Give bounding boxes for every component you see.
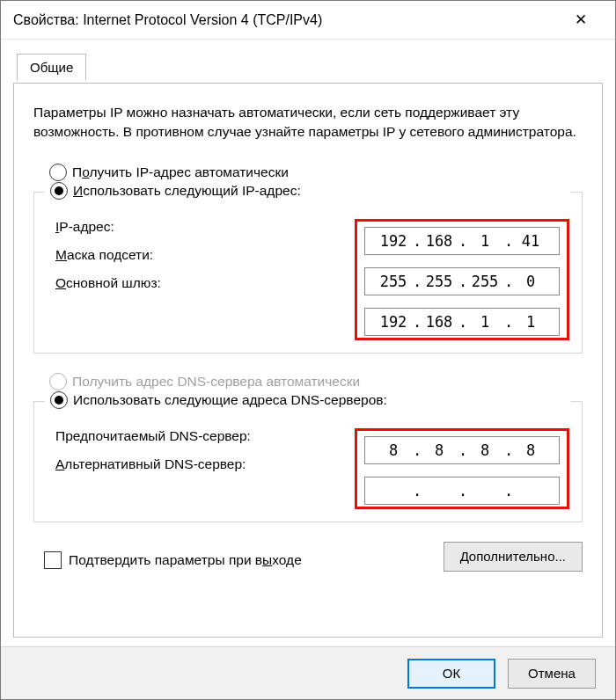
ip-group: Использовать следующий IP-адрес: IP-адре… bbox=[33, 192, 583, 354]
pref-dns-label: Предпочитаемый DNS-сервер: bbox=[55, 428, 251, 444]
dns-group: Использовать следующие адреса DNS-сервер… bbox=[33, 401, 583, 522]
tab-general[interactable]: Общие bbox=[17, 54, 86, 81]
window-title: Свойства: Internet Protocol Version 4 (T… bbox=[13, 12, 322, 28]
content-area: Общие Параметры IP можно назначать автом… bbox=[1, 40, 615, 646]
gateway-label: Основной шлюз: bbox=[55, 275, 161, 291]
radio-dns-manual-row[interactable]: Использовать следующие адреса DNS-сервер… bbox=[50, 391, 571, 409]
pref-dns-row: Предпочитаемый DNS-сервер: bbox=[47, 428, 355, 444]
description-text: Параметры IP можно назначать автоматичес… bbox=[33, 103, 583, 142]
ip-highlight: 192.168.1.41 255.255.255.0 192.168.1.1 bbox=[355, 219, 569, 340]
ip-fields: IP-адрес: Маска подсети: Основной шлюз: … bbox=[47, 205, 569, 340]
radio-icon bbox=[50, 391, 68, 409]
tab-frame: Общие Параметры IP можно назначать автом… bbox=[13, 54, 603, 638]
alt-dns-input[interactable]: ... bbox=[364, 477, 560, 505]
radio-dns-manual-label: Использовать следующие адреса DNS-сервер… bbox=[73, 392, 387, 408]
dns-highlight: 8.8.8.8 ... bbox=[355, 428, 569, 509]
radio-dns-auto-label: Получить адрес DNS-сервера автоматически bbox=[72, 374, 360, 390]
radio-ip-manual-label: Использовать следующий IP-адрес: bbox=[73, 183, 301, 199]
tab-panel: Параметры IP можно назначать автоматичес… bbox=[13, 83, 603, 638]
radio-dns-auto-row: Получить адрес DNS-сервера автоматически bbox=[33, 373, 583, 390]
ip-group-head: Использовать следующий IP-адрес: bbox=[45, 182, 571, 200]
gateway-row: Основной шлюз: bbox=[47, 275, 355, 291]
advanced-button[interactable]: Дополнительно... bbox=[444, 542, 583, 572]
radio-ip-auto-row[interactable]: Получить IP-адрес автоматически bbox=[33, 164, 583, 181]
titlebar: Свойства: Internet Protocol Version 4 (T… bbox=[1, 1, 615, 40]
validate-checkbox-row[interactable]: Подтвердить параметры при выходе bbox=[33, 551, 302, 569]
dialog-window: Свойства: Internet Protocol Version 4 (T… bbox=[0, 0, 616, 700]
ip-address-input[interactable]: 192.168.1.41 bbox=[364, 227, 560, 255]
cancel-button[interactable]: Отмена bbox=[508, 659, 596, 689]
close-icon[interactable]: ✕ bbox=[561, 1, 601, 40]
gateway-input[interactable]: 192.168.1.1 bbox=[364, 308, 560, 336]
radio-icon bbox=[50, 182, 68, 200]
alt-dns-row: Альтернативный DNS-сервер: bbox=[47, 456, 355, 472]
ip-address-label: IP-адрес: bbox=[55, 219, 114, 235]
alt-dns-label: Альтернативный DNS-сервер: bbox=[55, 456, 246, 472]
dialog-footer: ОК Отмена bbox=[1, 646, 615, 699]
pref-dns-input[interactable]: 8.8.8.8 bbox=[364, 436, 560, 464]
checkbox-icon bbox=[44, 551, 62, 569]
validate-label: Подтвердить параметры при выходе bbox=[69, 552, 302, 568]
radio-ip-manual-row[interactable]: Использовать следующий IP-адрес: bbox=[50, 182, 571, 200]
subnet-mask-label: Маска подсети: bbox=[55, 247, 153, 263]
subnet-mask-input[interactable]: 255.255.255.0 bbox=[364, 267, 560, 295]
ok-button[interactable]: ОК bbox=[407, 659, 495, 689]
dns-fields: Предпочитаемый DNS-сервер: Альтернативны… bbox=[47, 414, 569, 509]
ip-address-row: IP-адрес: bbox=[47, 219, 355, 235]
radio-icon bbox=[49, 164, 67, 181]
subnet-mask-row: Маска подсети: bbox=[47, 247, 355, 263]
dns-group-head: Использовать следующие адреса DNS-сервер… bbox=[45, 391, 571, 409]
radio-ip-auto-label: Получить IP-адрес автоматически bbox=[72, 164, 289, 180]
radio-icon bbox=[49, 373, 67, 390]
